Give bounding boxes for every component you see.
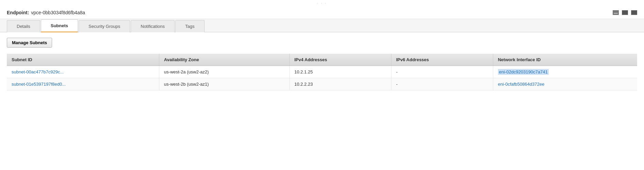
cell-ipv4-2: 10.2.2.23 [289,78,391,90]
page-wrapper: · · · Endpoint: vpce-0bb3034f8d6fb4a8a D… [0,0,644,170]
minimize-button[interactable] [613,10,619,15]
eni-link-2[interactable]: eni-0cfafb50864d372ee [498,82,545,87]
tab-subnets[interactable]: Subnets [41,19,78,32]
cell-availability-zone-1: us-west-2a (usw2-az2) [159,66,289,78]
subnets-table: Subnet ID Availability Zone IPv4 Address… [7,54,637,90]
col-availability-zone: Availability Zone [159,54,289,66]
tab-security-groups[interactable]: Security Groups [79,20,130,32]
manage-subnets-button[interactable]: Manage Subnets [7,38,52,48]
maximize-button[interactable] [631,10,637,15]
table-header-row: Subnet ID Availability Zone IPv4 Address… [7,54,637,66]
restore-button[interactable] [622,10,628,15]
cell-ipv4-1: 10.2.1.25 [289,66,391,78]
col-network-interface-id: Network Interface ID [493,54,637,66]
tab-notifications[interactable]: Notifications [131,20,175,32]
subnet-id-link-2[interactable]: subnet-01e5397197f8ed0... [12,82,66,87]
cell-subnet-id-2: subnet-01e5397197f8ed0... [7,78,159,90]
cell-ipv6-1: - [391,66,493,78]
header-left: Endpoint: vpce-0bb3034f8d6fb4a8a [7,10,85,15]
endpoint-label: Endpoint: [7,10,29,15]
cell-ipv6-2: - [391,78,493,90]
table-row: subnet-00ac477b7c929c... us-west-2a (usw… [7,66,637,78]
tabs-bar: Details Subnets Security Groups Notifica… [0,19,644,32]
table-row: subnet-01e5397197f8ed0... us-west-2b (us… [7,78,637,90]
cell-availability-zone-2: us-west-2b (usw2-az1) [159,78,289,90]
cell-subnet-id: subnet-00ac477b7c929c... [7,66,159,78]
content-area: Manage Subnets Subnet ID Availability Zo… [0,32,644,96]
endpoint-value: vpce-0bb3034f8d6fb4a8a [31,10,85,15]
eni-link-1[interactable]: eni-02dc9203190c7a741 [498,69,549,75]
cell-eni-1: eni-02dc9203190c7a741 [493,66,637,78]
subnet-id-link-1[interactable]: subnet-00ac477b7c929c... [12,69,64,74]
tab-details[interactable]: Details [7,20,40,32]
top-dots: · · · [0,0,644,5]
window-controls [612,10,637,15]
col-ipv4-addresses: IPv4 Addresses [289,54,391,66]
col-ipv6-addresses: IPv6 Addresses [391,54,493,66]
tab-tags[interactable]: Tags [175,20,204,32]
cell-eni-2: eni-0cfafb50864d372ee [493,78,637,90]
col-subnet-id: Subnet ID [7,54,159,66]
header: Endpoint: vpce-0bb3034f8d6fb4a8a [0,5,644,19]
